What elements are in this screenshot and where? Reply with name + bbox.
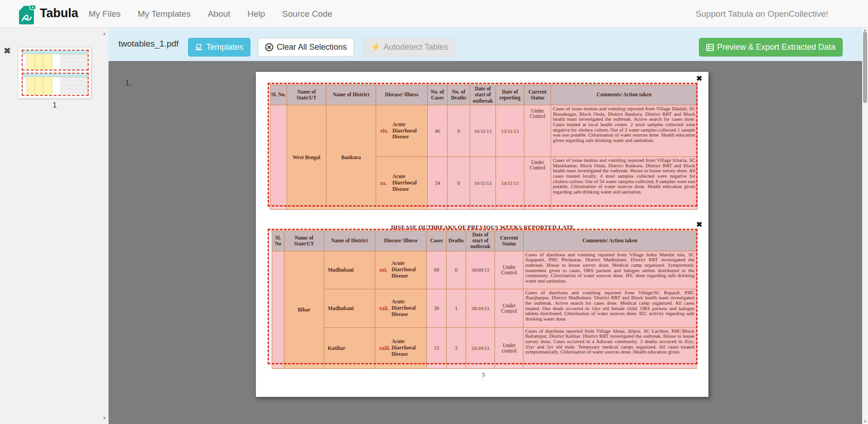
scrollbar-thumb[interactable] [863, 32, 867, 103]
toolbar: twotables_1.pdf Templates Clear All Sele… [108, 28, 868, 61]
thumbnail-page-number: 1 [18, 101, 91, 109]
thumbnail-table-header [23, 74, 88, 77]
autodetect-tables-button: ⚡ Autodetect Tables [363, 38, 455, 57]
page-thumbnail[interactable] [18, 47, 91, 99]
table-icon [706, 44, 714, 51]
pdf-filename: twotables_1.pdf [118, 39, 179, 49]
templates-button[interactable]: Templates [188, 38, 250, 57]
pdf-page-number: 5 [270, 371, 697, 378]
template-icon [195, 44, 203, 51]
main-nav: My Files My Templates About Help Source … [89, 0, 332, 28]
navbar: Tabula My Files My Templates About Help … [0, 0, 868, 28]
autodetect-button-label: Autodetect Tables [383, 42, 448, 52]
tabula-logo[interactable] [18, 3, 37, 25]
pdf-lock-icon [18, 3, 37, 25]
thumbnail-selection-1 [22, 50, 89, 71]
document-viewport[interactable]: 1. Sl. No. Name of State/UT Name of Dist… [108, 61, 868, 424]
vertical-scrollbar[interactable]: ▲ ▼ [862, 28, 868, 424]
templates-button-label: Templates [206, 42, 243, 52]
support-link[interactable]: Support Tabula on OpenCollective! [696, 9, 828, 19]
preview-export-button[interactable]: Preview & Export Extracted Data [699, 38, 843, 57]
page-marker: 1. [125, 79, 131, 87]
table-selection-1[interactable] [268, 83, 698, 207]
nav-source-code[interactable]: Source Code [282, 9, 332, 19]
nav-my-files[interactable]: My Files [89, 9, 121, 19]
nav-help[interactable]: Help [247, 9, 265, 19]
lightning-icon: ⚡ [371, 42, 380, 52]
close-selection-1-icon[interactable]: ✖ [696, 75, 702, 82]
close-selection-2-icon[interactable]: ✖ [696, 221, 702, 228]
clear-button-label: Clear All Selections [277, 42, 347, 52]
remove-page-button[interactable]: ✖ [4, 47, 11, 55]
scrollbar-down-icon[interactable]: ▼ [862, 419, 868, 424]
brand-title[interactable]: Tabula [40, 6, 78, 20]
thumbnail-table-header [23, 51, 88, 54]
export-button-label: Preview & Export Extracted Data [717, 42, 835, 52]
nav-my-templates[interactable]: My Templates [138, 9, 191, 19]
sidebar: ✖ 1 ▲ ▼ [0, 28, 108, 424]
tabula-app: Tabula My Files My Templates About Help … [0, 0, 868, 424]
thumbnail-selection-2 [22, 73, 89, 96]
nav-about[interactable]: About [208, 9, 231, 19]
pdf-page: Sl. No. Name of State/UT Name of Distric… [256, 72, 708, 397]
sidebar-scroll-up-icon[interactable]: ▲ [101, 31, 108, 36]
table-selection-2[interactable] [268, 229, 698, 364]
clear-all-selections-button[interactable]: Clear All Selections [258, 38, 354, 57]
circle-x-icon [265, 43, 274, 52]
sidebar-scroll-down-icon[interactable]: ▼ [101, 416, 108, 420]
